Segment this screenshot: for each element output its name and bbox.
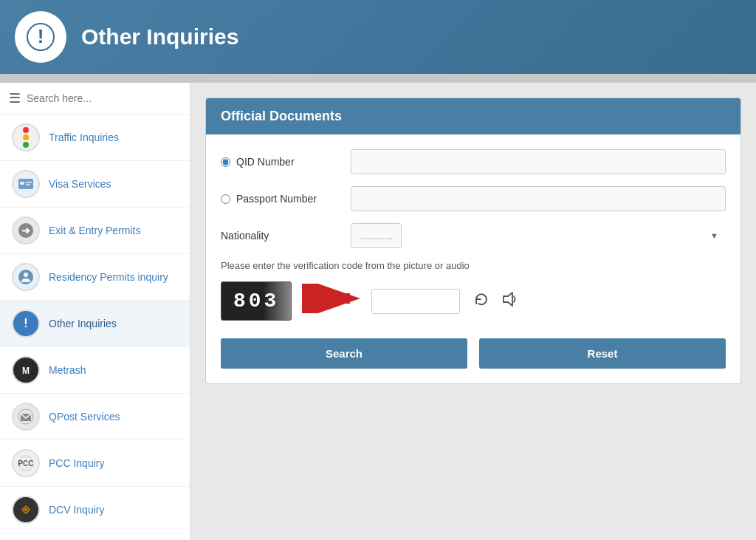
app-header: ! Other Inquiries	[0, 0, 756, 74]
captcha-area: 803	[221, 281, 726, 321]
svg-text:!: !	[38, 25, 44, 47]
sidebar-label-visa: Visa Services	[49, 178, 111, 190]
nationality-select-wrapper: ............	[351, 223, 726, 248]
card-title: Official Documents	[221, 109, 342, 123]
svg-point-9	[24, 273, 28, 277]
hamburger-icon[interactable]: ☰	[9, 90, 21, 106]
qpost-icon	[12, 403, 40, 431]
passport-label[interactable]: Passport Number	[221, 193, 339, 205]
svg-text:!: !	[24, 317, 27, 329]
svg-text:M: M	[22, 366, 30, 376]
sidebar-label-traffic: Traffic Inquiries	[49, 131, 119, 143]
captcha-arrow	[302, 284, 361, 318]
traffic-icon	[12, 123, 40, 151]
card-body: QID Number Passport Number Nationality	[206, 134, 740, 383]
pcc-icon: PCC	[12, 449, 40, 477]
exit-icon: ➜	[12, 216, 40, 245]
qid-radio[interactable]	[221, 157, 230, 167]
card-header: Official Documents	[206, 98, 740, 134]
other-icon: !	[12, 310, 40, 338]
sidebar-item-traffic[interactable]: Traffic Inquiries	[0, 115, 190, 161]
sidebar-item-other[interactable]: ! Other Inquiries	[0, 301, 190, 347]
nationality-select[interactable]: ............	[351, 223, 402, 248]
sidebar-label-residency: Residency Permits inquiry	[49, 271, 168, 283]
captcha-controls	[470, 288, 520, 314]
sidebar-label-other: Other Inquiries	[49, 318, 117, 329]
residency-icon	[12, 263, 40, 291]
svg-text:➜: ➜	[21, 225, 30, 236]
main-layout: ☰ Traffic Inquiries	[0, 83, 756, 540]
sidebar-label-metrash: Metrash	[49, 364, 86, 376]
header-icon: !	[15, 11, 66, 63]
sidebar: ☰ Traffic Inquiries	[0, 83, 190, 540]
action-buttons: Search Reset	[221, 338, 726, 369]
sidebar-label-qpost: QPost Services	[49, 411, 120, 423]
reset-button[interactable]: Reset	[479, 338, 726, 369]
sidebar-item-qpost[interactable]: QPost Services	[0, 394, 190, 440]
nationality-row: Nationality ............	[221, 223, 726, 248]
content-area: Official Documents QID Number Passport N…	[190, 83, 756, 540]
page-title: Other Inquiries	[81, 24, 238, 49]
sidebar-item-dcv[interactable]: DCV Inquiry	[0, 487, 190, 533]
captcha-image: 803	[221, 281, 292, 321]
sidebar-item-metrash[interactable]: M Metrash	[0, 347, 190, 394]
dcv-icon	[12, 496, 40, 524]
svg-marker-22	[504, 293, 512, 306]
svg-text:PCC: PCC	[18, 459, 33, 468]
sidebar-item-pcc[interactable]: PCC PCC Inquiry	[0, 440, 190, 487]
sidebar-label-dcv: DCV Inquiry	[49, 504, 104, 516]
sidebar-item-exit[interactable]: ➜ Exit & Entry Permits	[0, 208, 190, 254]
nationality-label: Nationality	[221, 230, 339, 242]
svg-point-19	[24, 508, 27, 511]
metrash-icon: M	[12, 356, 40, 384]
official-documents-card: Official Documents QID Number Passport N…	[205, 98, 741, 384]
captcha-audio-button[interactable]	[498, 288, 520, 314]
search-button[interactable]: Search	[221, 338, 467, 369]
passport-row: Passport Number	[221, 186, 726, 211]
qid-input[interactable]	[351, 149, 726, 174]
search-input[interactable]	[27, 92, 181, 104]
svg-rect-3	[20, 182, 24, 185]
passport-radio[interactable]	[221, 194, 230, 204]
captcha-refresh-button[interactable]	[470, 288, 492, 314]
sidebar-item-visa[interactable]: Visa Services	[0, 161, 190, 208]
sidebar-label-pcc: PCC Inquiry	[49, 457, 104, 469]
sidebar-search-bar: ☰	[0, 83, 190, 115]
qid-row: QID Number	[221, 149, 726, 174]
sidebar-label-exit: Exit & Entry Permits	[49, 225, 140, 236]
sidebar-item-residency[interactable]: Residency Permits inquiry	[0, 254, 190, 301]
passport-input[interactable]	[351, 186, 726, 211]
divider	[0, 74, 756, 83]
qid-label[interactable]: QID Number	[221, 156, 339, 168]
verification-note: Please enter the verification code from …	[221, 260, 726, 271]
visa-icon	[12, 170, 40, 198]
captcha-code: 803	[233, 290, 279, 312]
captcha-input[interactable]	[371, 289, 460, 314]
